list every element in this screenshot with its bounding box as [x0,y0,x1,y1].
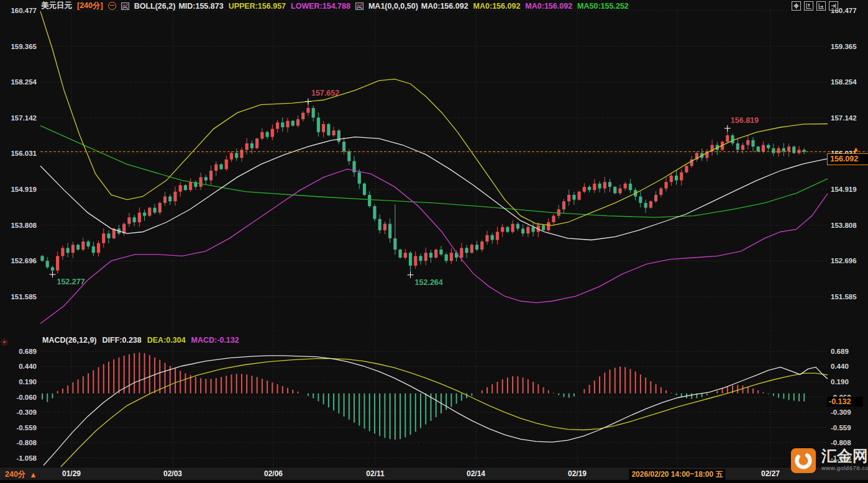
price-up-arrow-icon: ▲ [852,145,859,153]
macd-pane [42,353,828,479]
candle-body [629,184,632,190]
candle-body [40,256,43,261]
candle-body [506,227,509,232]
candle-body [158,203,162,213]
x-axis-tick-label: 02/11 [366,469,384,478]
candle-body [306,108,309,113]
candle-body [255,138,258,148]
candle-body [542,225,545,230]
candle-body [603,182,606,188]
indicator-chart-icon[interactable] [355,2,363,10]
candle-body [86,242,89,246]
candle-body [772,148,775,153]
indicator-chart-icon[interactable] [121,2,129,10]
y-axis-label: 153.808 [831,222,857,229]
y-axis-label: 0.689 [19,348,37,355]
candle-body [445,255,448,261]
current-price-label: 156.092 [827,153,868,165]
candle-body [521,228,524,233]
y-axis-label: -0.309 [831,409,851,416]
y-axis-label: 152.696 [831,257,857,264]
y-axis-label: 158.254 [11,78,37,86]
candle-body [378,219,381,230]
x-axis-zoom-icon[interactable] [816,1,826,11]
candle-body [639,196,642,202]
candle-body [649,201,652,207]
macd-line-dea [50,359,828,479]
candle-body [470,245,473,253]
candle-body [168,196,171,201]
y-axis-label: 152.696 [11,257,37,264]
candle-body [562,201,565,209]
candle-body [531,227,534,232]
candle-body [501,227,504,232]
candle-body [189,182,192,190]
candle-body [670,176,673,182]
candle-body [76,245,80,250]
y-axis-zoom-icon[interactable] [804,1,813,11]
candle-body [214,165,217,171]
candle-body [368,195,371,206]
y-axis-label: 154.919 [831,186,857,193]
candle-body [526,227,529,233]
x-axis-tick-label: 02/06 [264,469,283,478]
watermark: 汇金网 www.gold678.com [790,448,868,474]
ma-label: MA1(0,0,0,50) [368,2,418,11]
candle-body [767,145,770,148]
candle-body [409,253,412,266]
candle-body [225,160,228,169]
fullscreen-fit-icon[interactable] [792,1,801,11]
candle-body [659,189,662,195]
y-axis-label: 156.031 [11,150,37,157]
timeframe-selector-label: 240分 [5,469,25,480]
boll-lower-value: LOWER:154.788 [291,2,350,11]
candle-body [736,143,739,150]
y-axis-label: -0.808 [16,439,37,446]
candle-body [286,121,289,127]
jump-to-latest-icon[interactable] [829,1,838,11]
collapse-indicator-icon[interactable] [108,2,116,10]
candle-body [583,187,586,192]
candle-body [787,147,790,151]
candle-body [66,248,70,253]
candle-body [148,208,151,216]
gold678-logo-icon [790,448,816,474]
y-axis-label: 0.440 [831,363,849,370]
candle-body [547,222,550,230]
current-bar-time-label: 2026/02/20 14:00~18:00 五 [629,469,725,480]
y-axis-label: 160.477 [11,7,37,14]
ma50-green-value: MA50:155.252 [577,2,629,11]
candle-body [757,147,760,151]
candle-body [291,121,295,126]
candle-body [475,245,478,250]
candle-body [266,132,269,137]
live-indicator-icon [1,337,8,348]
x-axis-tick-label: 02/14 [467,469,485,478]
boll-upper-value: UPPER:156.957 [229,2,286,11]
candle-body [777,148,780,153]
candle-body [184,185,187,190]
candle-body [654,195,657,201]
y-axis-label: -0.808 [831,439,851,446]
candle-body [516,224,519,229]
candle-body [675,176,678,181]
price-annotation: 152.264 [415,278,443,287]
boll-label: BOLL(26,2) [134,2,176,11]
candle-body [746,140,749,145]
candle-body [624,184,627,189]
candle-body [358,173,361,184]
y-axis-label: -0.559 [831,424,851,431]
candle-body [138,212,141,222]
watermark-title: 汇金网 [821,448,868,464]
x-axis-tick-label: 02/19 [568,469,587,478]
candle-body [230,153,233,159]
timeframe-selector[interactable]: 240分 ▲ [5,469,37,480]
candle-body [393,238,396,250]
candle-body [153,208,156,213]
candle-body [107,233,110,238]
chart-canvas[interactable]: 157.652156.819152.277152.264160.477160.4… [0,0,868,483]
candle-body [578,192,581,200]
candle-body [276,122,279,129]
price-annotation: 156.819 [731,116,759,125]
candle-body [250,143,254,148]
